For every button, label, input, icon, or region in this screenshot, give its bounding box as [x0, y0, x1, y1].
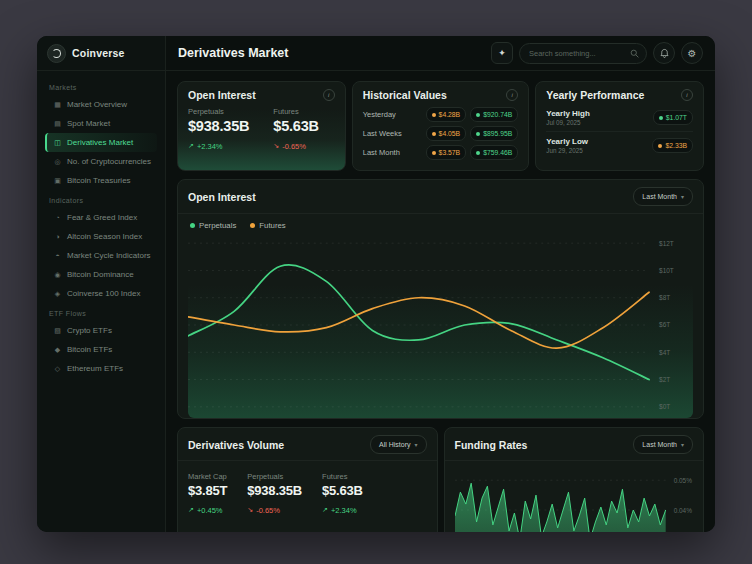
- trend-up-icon: [322, 506, 328, 514]
- row-label: Yesterday: [363, 110, 396, 119]
- main-area: Derivatives Market: [166, 36, 715, 532]
- range-dropdown[interactable]: Last Month: [633, 187, 693, 206]
- sidebar-item-label: Crypto ETFs: [67, 326, 112, 335]
- bitcoin-etfs-icon: ◆: [53, 346, 62, 354]
- market-overview-icon: ▦: [53, 101, 62, 109]
- sidebar-item-no-of-cryptocurrencies[interactable]: ◎ No. of Cryptocurrencies: [45, 152, 157, 171]
- derivatives-volume-card: Derivatives Volume All History Market Ca…: [177, 427, 438, 532]
- stat-perpetuals: Perpetuals $938.35B -0.65%: [247, 472, 302, 516]
- historical-row: Yesterday $4.28B $920.74B: [363, 107, 519, 122]
- sidebar-item-label: Market Cycle Indicators: [67, 251, 151, 260]
- card-title: Derivatives Volume: [188, 439, 284, 451]
- futures-dot-icon: [250, 223, 255, 228]
- derivatives-market-icon: ◫: [53, 139, 62, 147]
- legend-perpetuals[interactable]: Perpetuals: [190, 221, 236, 230]
- sidebar-item-bitcoin-treasuries[interactable]: ▣ Bitcoin Treasuries: [45, 171, 157, 190]
- bitcoin-treasuries-icon: ▣: [53, 177, 62, 185]
- yearly-low-pill: $2.33B: [652, 138, 693, 153]
- sidebar-item-label: Fear & Greed Index: [67, 213, 137, 222]
- card-title: Open Interest: [188, 89, 256, 101]
- orange-dot-icon: [432, 132, 436, 136]
- svg-text:$12T: $12T: [659, 240, 674, 247]
- sidebar-item-label: No. of Cryptocurrencies: [67, 157, 151, 166]
- sidebar-item-label: Altcoin Season Index: [67, 232, 142, 241]
- info-icon[interactable]: [681, 89, 693, 101]
- section-label-indicators: Indicators: [49, 197, 153, 204]
- change-badge: +2.34%: [188, 142, 223, 151]
- funding-rates-chart: 0.05%0.04%0.03%: [455, 466, 694, 532]
- ai-assistant-button[interactable]: [491, 42, 513, 64]
- row-label: Yearly High: [546, 109, 590, 118]
- sidebar-item-coinverse-100-index[interactable]: ◈ Coinverse 100 Index: [45, 284, 157, 303]
- historical-row: Last Month $3.57B $759.46B: [363, 145, 519, 160]
- svg-text:$10T: $10T: [659, 267, 674, 274]
- sidebar-item-derivatives-market[interactable]: ◫ Derivatives Market: [45, 133, 157, 152]
- info-icon[interactable]: [506, 89, 518, 101]
- card-title: Yearly Performance: [546, 89, 644, 101]
- open-interest-chart: $12T$10T$8T$6T$4T$2T$0T: [188, 233, 693, 417]
- sidebar-item-altcoin-season-index[interactable]: ◑ Altcoin Season Index: [45, 227, 157, 246]
- sidebar-item-bitcoin-etfs[interactable]: ◆ Bitcoin ETFs: [45, 340, 157, 359]
- sidebar-item-label: Bitcoin ETFs: [67, 345, 112, 354]
- svg-text:$2T: $2T: [659, 376, 670, 383]
- chevron-down-icon: [681, 441, 684, 448]
- row-date: Jun 29, 2025: [546, 147, 588, 154]
- sidebar-item-spot-market[interactable]: ▤ Spot Market: [45, 114, 157, 133]
- search-icon: [630, 49, 639, 58]
- logo[interactable]: Coinverse: [37, 36, 165, 71]
- sidebar-item-ethereum-etfs[interactable]: ◇ Ethereum ETFs: [45, 359, 157, 378]
- spot-market-icon: ▤: [53, 120, 62, 128]
- market-cycle-icon: ◓: [53, 252, 62, 259]
- ethereum-etfs-icon: ◇: [53, 365, 62, 373]
- sidebar-item-market-cycle-indicators[interactable]: ◓ Market Cycle Indicators: [45, 246, 157, 265]
- svg-text:$8T: $8T: [659, 294, 670, 301]
- yearly-low-row: Yearly Low Jun 29, 2025 $2.33B: [546, 131, 693, 159]
- altcoin-season-icon: ◑: [53, 233, 62, 240]
- svg-text:0.05%: 0.05%: [673, 477, 692, 484]
- bell-icon: [659, 48, 670, 59]
- green-dot-icon: [659, 116, 663, 120]
- sidebar-item-label: Bitcoin Treasuries: [67, 176, 131, 185]
- change-badge: +0.45%: [188, 506, 223, 515]
- perpetuals-value-pill: $759.46B: [470, 145, 518, 160]
- sidebar-item-market-overview[interactable]: ▦ Market Overview: [45, 95, 157, 114]
- info-icon[interactable]: [323, 89, 335, 101]
- settings-button[interactable]: [681, 42, 703, 64]
- legend-futures[interactable]: Futures: [250, 221, 285, 230]
- funding-rates-card: Funding Rates Last Month: [444, 427, 705, 532]
- stat-value: $938.35B: [247, 483, 302, 498]
- green-dot-icon: [476, 151, 480, 155]
- chevron-down-icon: [681, 193, 684, 200]
- bitcoin-dominance-icon: ◉: [53, 271, 62, 279]
- sidebar-item-crypto-etfs[interactable]: ▧ Crypto ETFs: [45, 321, 157, 340]
- stat-value: $5.63B: [322, 483, 363, 498]
- trend-up-icon: [188, 142, 194, 150]
- stat-label: Perpetuals: [188, 107, 249, 116]
- perpetuals-value-pill: $920.74B: [470, 107, 518, 122]
- chart-title: Open Interest: [188, 191, 256, 203]
- chart-legend: Perpetuals Futures: [178, 214, 703, 230]
- range-dropdown[interactable]: All History: [370, 435, 427, 454]
- coinverse-index-icon: ◈: [53, 290, 62, 298]
- sidebar-item-bitcoin-dominance[interactable]: ◉ Bitcoin Dominance: [45, 265, 157, 284]
- content: Open Interest Perpetuals $938.35B +2.34%…: [166, 71, 715, 532]
- row-label: Yearly Low: [546, 137, 588, 146]
- range-dropdown[interactable]: Last Month: [633, 435, 693, 454]
- row-label: Last Weeks: [363, 129, 402, 138]
- row-date: Jul 09, 2025: [546, 119, 590, 126]
- orange-dot-icon: [432, 151, 436, 155]
- search-input[interactable]: [527, 48, 625, 59]
- notifications-button[interactable]: [653, 42, 675, 64]
- perpetuals-dot-icon: [190, 223, 195, 228]
- search-box[interactable]: [519, 43, 647, 64]
- sidebar-item-label: Market Overview: [67, 100, 127, 109]
- change-badge: +2.34%: [322, 506, 357, 515]
- sidebar-item-fear-greed-index[interactable]: ◔ Fear & Greed Index: [45, 208, 157, 227]
- summary-row: Open Interest Perpetuals $938.35B +2.34%…: [177, 81, 704, 171]
- stat-perpetuals: Perpetuals $938.35B +2.34%: [188, 107, 249, 152]
- top-bar: Derivatives Market: [166, 36, 715, 71]
- sidebar-item-label: Derivatives Market: [67, 138, 133, 147]
- sidebar-item-label: Coinverse 100 Index: [67, 289, 140, 298]
- svg-text:$6T: $6T: [659, 321, 670, 328]
- open-interest-summary-card: Open Interest Perpetuals $938.35B +2.34%…: [177, 81, 346, 171]
